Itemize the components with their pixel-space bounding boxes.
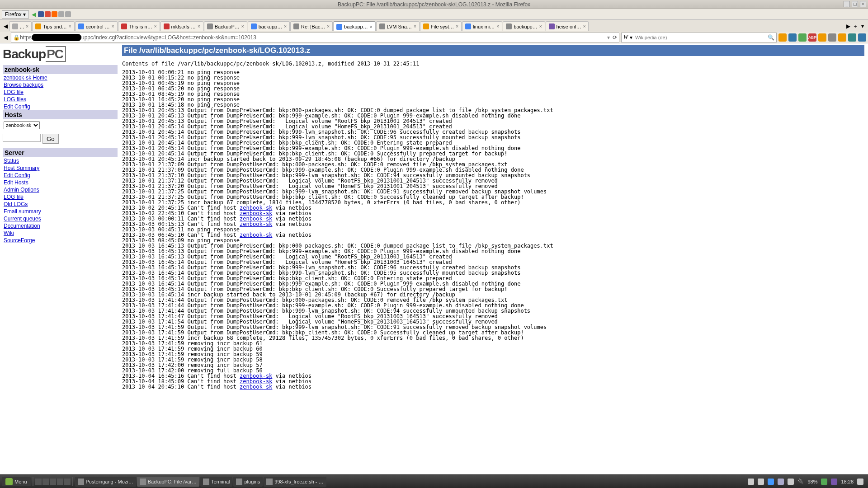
adblock-icon[interactable]: ABP	[808, 33, 816, 42]
readlater-icon[interactable]	[58, 11, 64, 17]
host-link[interactable]: zenbook-sk	[240, 384, 272, 390]
sidebar-server-link[interactable]: Host Summary	[3, 164, 118, 172]
close-tab-icon[interactable]: ×	[414, 24, 416, 29]
close-tab-icon[interactable]: ×	[112, 24, 114, 29]
taskbar-item[interactable]: 998-xfs_freeze.sh - …	[264, 477, 326, 487]
browser-tab[interactable]: mkfs.xfs …×	[160, 21, 203, 31]
sidebar-server-link[interactable]: Documentation	[3, 222, 118, 230]
browser-tab[interactable]: BackupP…×	[204, 21, 247, 31]
window-maximize-button[interactable]: ▢	[852, 1, 858, 7]
close-tab-icon[interactable]: ×	[284, 24, 287, 29]
browser-tab[interactable]: backupp…×	[503, 21, 545, 31]
browser-tab[interactable]: qcontrol …×	[75, 21, 118, 31]
bookmark-quick-icon[interactable]	[65, 11, 71, 17]
go-button[interactable]: Go	[42, 134, 59, 144]
close-tab-icon[interactable]: ×	[370, 24, 373, 29]
sidebar-server-link[interactable]: Wiki	[3, 230, 118, 237]
sidebar-host-link[interactable]: LOG files	[3, 96, 118, 103]
quicklaunch-icon-1[interactable]	[35, 479, 42, 485]
browser-tab[interactable]: LVM Sna…×	[376, 21, 420, 31]
taskbar-item[interactable]: BackupPC: File /var…	[137, 477, 199, 487]
sidebar-host-link[interactable]: zenbook-sk Home	[3, 74, 118, 81]
ext-icon-5[interactable]	[818, 33, 826, 42]
browser-tab[interactable]: Tips and…×	[32, 21, 75, 31]
googleplus-icon[interactable]	[45, 11, 51, 17]
taskbar-item[interactable]: Posteingang - Mozi…	[75, 477, 136, 487]
ext-icon-6[interactable]	[828, 33, 836, 42]
clock[interactable]: 18:28	[841, 479, 854, 484]
sidebar-server-link[interactable]: Old LOGs	[3, 201, 118, 208]
quicklaunch-icon-5[interactable]	[64, 479, 71, 485]
sidebar-server-link[interactable]: Status	[3, 157, 118, 164]
facebook-icon[interactable]	[38, 11, 44, 17]
new-tab-button[interactable]: ＋	[852, 23, 859, 30]
window-close-button[interactable]: ×	[860, 1, 866, 7]
tray-volume-icon[interactable]	[788, 479, 794, 485]
quicklaunch-icon-2[interactable]	[42, 479, 49, 485]
scroll-tabs-right-button[interactable]: ▶	[844, 23, 852, 30]
close-tab-icon[interactable]: ×	[456, 24, 458, 29]
sidebar-server-link[interactable]: Email summary	[3, 208, 118, 215]
search-input[interactable]	[634, 34, 766, 41]
firefox-menu-button[interactable]: Firefox ▾	[2, 10, 29, 19]
url-dropdown-icon[interactable]: ▾	[607, 34, 610, 41]
back-button[interactable]: ◀	[30, 11, 37, 18]
search-go-icon[interactable]: 🔍	[768, 34, 774, 41]
quicklaunch-icon-3[interactable]	[50, 479, 56, 485]
browser-tab[interactable]: backupp…×	[333, 21, 375, 31]
sidebar-host-link[interactable]: Browse backups	[3, 81, 118, 89]
list-all-tabs-button[interactable]: ▾	[859, 23, 866, 30]
start-menu-button[interactable]: Menu	[2, 477, 31, 486]
close-tab-icon[interactable]: ×	[198, 24, 200, 29]
sidebar-server-link[interactable]: Edit Config	[3, 172, 118, 179]
close-tab-icon[interactable]: ×	[496, 24, 499, 29]
battery-icon[interactable]: 🔌	[797, 479, 804, 484]
sidebar-server-link[interactable]: Current queues	[3, 215, 118, 222]
host-link[interactable]: zenbook-sk	[240, 232, 272, 238]
search-engine-icon[interactable]: W	[623, 34, 628, 41]
ext-icon-7[interactable]	[838, 33, 846, 42]
tray-wifi-icon[interactable]	[778, 479, 784, 485]
host-search-input[interactable]	[3, 134, 41, 142]
ext-icon-2[interactable]	[788, 33, 797, 42]
tray-updates-icon[interactable]	[768, 479, 774, 485]
sidebar-host-link[interactable]: LOG file	[3, 89, 118, 96]
ext-icon-9[interactable]	[858, 33, 866, 42]
tray-network-icon[interactable]	[748, 479, 754, 485]
tray-keyboard-icon[interactable]	[758, 479, 764, 485]
tray-user-icon[interactable]	[857, 479, 863, 485]
tray-shield-icon[interactable]	[821, 479, 827, 485]
close-tab-icon[interactable]: ×	[26, 24, 28, 29]
sidebar-server-link[interactable]: Admin Options	[3, 186, 118, 193]
tray-app-icon[interactable]	[831, 479, 837, 485]
sidebar-host-link[interactable]: Edit Config	[3, 103, 118, 110]
browser-tab[interactable]: File syst…×	[420, 21, 462, 31]
close-tab-icon[interactable]: ×	[327, 24, 330, 29]
ext-icon-3[interactable]	[798, 33, 807, 42]
sidebar-server-link[interactable]: LOG file	[3, 193, 118, 201]
window-minimize-button[interactable]: _	[844, 1, 850, 7]
nav-back-button[interactable]: ◀	[2, 34, 9, 41]
ext-icon-1[interactable]	[778, 33, 787, 42]
search-engine-dropdown-icon[interactable]: ▾	[630, 34, 632, 41]
browser-tab[interactable]: linux mi…×	[462, 21, 502, 31]
sidebar-server-link[interactable]: SourceForge	[3, 237, 118, 244]
taskbar-item[interactable]: plugins	[233, 477, 263, 487]
reload-button[interactable]: ⟳	[613, 34, 617, 41]
scroll-tabs-left-button[interactable]: ◀	[2, 23, 9, 30]
quicklaunch-icon-4[interactable]	[57, 479, 63, 485]
browser-tab[interactable]: Re: [Bac…×	[290, 21, 333, 31]
browser-tab[interactable]: This is n…×	[118, 21, 160, 31]
close-tab-icon[interactable]: ×	[69, 24, 71, 29]
browser-tab[interactable]: ...×	[9, 21, 32, 31]
search-field[interactable]: W ▾ 🔍	[621, 33, 777, 42]
host-select[interactable]: zenbook-sk	[4, 121, 40, 129]
browser-tab[interactable]: heise onl…×	[546, 21, 589, 31]
url-field[interactable]: 🔒 https uppc/index.cgi?action=view&type=…	[11, 33, 619, 42]
taskbar-item[interactable]: Terminal	[200, 477, 233, 487]
close-tab-icon[interactable]: ×	[539, 24, 542, 29]
browser-tab[interactable]: backupp…×	[248, 21, 290, 31]
close-tab-icon[interactable]: ×	[154, 24, 157, 29]
close-tab-icon[interactable]: ×	[241, 24, 244, 29]
ext-icon-8[interactable]	[848, 33, 856, 42]
